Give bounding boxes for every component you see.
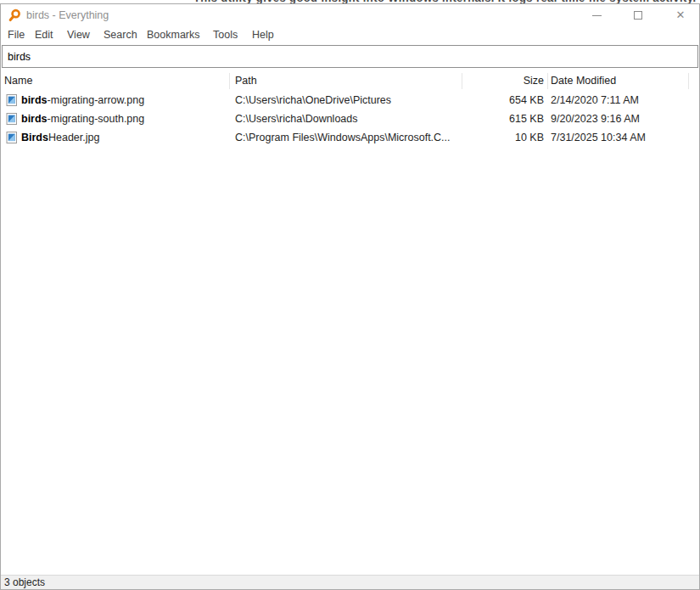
menu-tools[interactable]: Tools [213, 26, 238, 45]
table-row[interactable]: birds-migrating-south.png C:\Users\richa… [1, 110, 699, 128]
table-row[interactable]: birds-migrating-arrow.png C:\Users\richa… [1, 91, 699, 110]
menu-search[interactable]: Search [104, 26, 137, 45]
column-divider[interactable] [229, 73, 230, 89]
everything-window: birds - Everything ✕ File Edit View Sear… [0, 3, 700, 590]
file-name: birds-migrating-south.png [21, 110, 228, 128]
screen: This utility gives good insight into Win… [0, 0, 700, 590]
maximize-button[interactable] [625, 4, 651, 26]
menu-view[interactable]: View [67, 26, 90, 45]
results-list: birds-migrating-arrow.png C:\Users\richa… [1, 91, 699, 147]
file-path: C:\Users\richa\OneDrive\Pictures [235, 91, 459, 110]
title-bar[interactable]: birds - Everything ✕ [1, 4, 699, 26]
column-header-name[interactable]: Name [4, 72, 32, 90]
menu-help[interactable]: Help [252, 26, 274, 45]
search-magnifier-icon [8, 8, 21, 22]
search-input[interactable] [2, 45, 698, 68]
close-button[interactable]: ✕ [668, 4, 693, 26]
menu-bookmarks[interactable]: Bookmarks [147, 26, 200, 45]
column-divider[interactable] [462, 73, 462, 89]
file-date-modified: 2/14/2020 7:11 AM [551, 91, 693, 110]
table-row[interactable]: BirdsHeader.jpg C:\Program Files\Windows… [1, 128, 699, 147]
file-name: BirdsHeader.jpg [21, 128, 228, 147]
image-file-icon [6, 132, 18, 143]
menu-bar: File Edit View Search Bookmarks Tools He… [1, 26, 699, 45]
status-bar: 3 objects [1, 575, 699, 589]
window-title: birds - Everything [26, 4, 109, 26]
file-size: 654 KB [462, 91, 544, 110]
minimize-icon [592, 15, 602, 16]
results-header: Name Path Size Date Modified [1, 72, 699, 90]
file-path: C:\Users\richa\Downloads [235, 110, 459, 128]
minimize-button[interactable] [584, 4, 609, 26]
file-size: 615 KB [462, 110, 544, 128]
maximize-icon [634, 11, 642, 20]
column-divider[interactable] [547, 73, 548, 89]
column-header-path[interactable]: Path [235, 72, 257, 90]
file-path: C:\Program Files\WindowsApps\Microsoft.C… [235, 128, 459, 147]
image-file-icon [6, 113, 18, 125]
menu-file[interactable]: File [8, 26, 25, 45]
column-header-date-modified[interactable]: Date Modified [551, 72, 616, 90]
file-size: 10 KB [462, 128, 544, 147]
object-count: 3 objects [4, 576, 45, 589]
file-date-modified: 9/20/2023 9:16 AM [551, 110, 693, 128]
column-header-size[interactable]: Size [462, 72, 544, 90]
column-divider[interactable] [688, 73, 689, 89]
menu-edit[interactable]: Edit [35, 26, 53, 45]
image-file-icon [6, 94, 18, 106]
file-name: birds-migrating-arrow.png [21, 91, 228, 110]
file-date-modified: 7/31/2025 10:34 AM [551, 128, 693, 147]
